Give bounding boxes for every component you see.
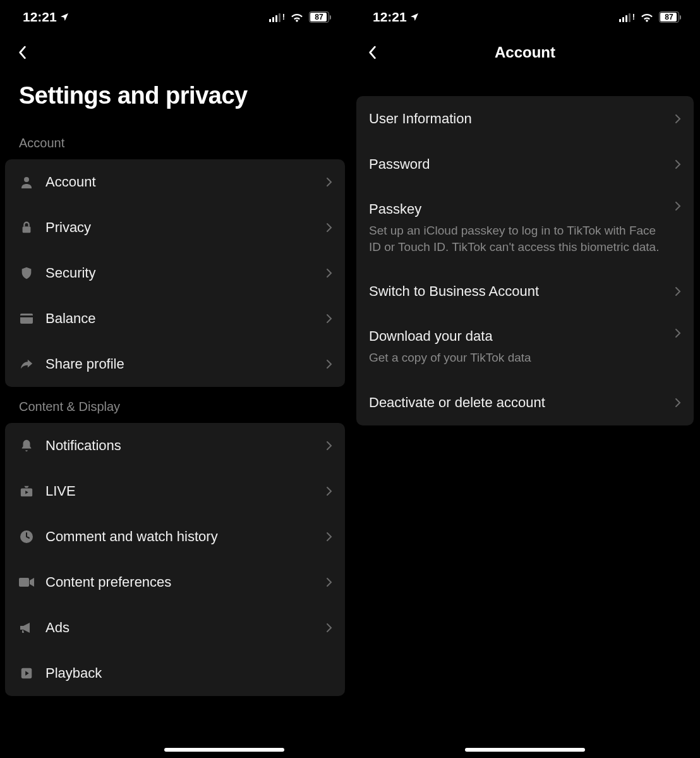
row-notifications[interactable]: Notifications xyxy=(5,423,345,468)
row-ads[interactable]: Ads xyxy=(5,605,345,651)
page-title: Settings and privacy xyxy=(0,71,350,123)
row-switch-business[interactable]: Switch to Business Account xyxy=(356,269,694,314)
row-label: Switch to Business Account xyxy=(369,283,667,300)
chevron-right-icon xyxy=(326,441,332,451)
row-label: Share profile xyxy=(45,356,318,372)
play-icon xyxy=(18,664,35,682)
chevron-right-icon xyxy=(675,114,681,124)
status-bar: 12:21 ! 87 xyxy=(0,0,350,34)
chevron-right-icon xyxy=(675,286,681,296)
back-button[interactable] xyxy=(11,42,33,63)
svg-rect-3 xyxy=(20,315,33,317)
svg-rect-2 xyxy=(20,314,33,324)
battery-icon: 87 xyxy=(309,11,331,23)
chevron-right-icon xyxy=(326,268,332,278)
chevron-right-icon xyxy=(326,223,332,233)
row-label: Privacy xyxy=(45,219,318,236)
row-label: Password xyxy=(369,156,667,173)
chevron-right-icon xyxy=(675,201,681,211)
row-label: Ads xyxy=(45,620,318,636)
video-icon xyxy=(18,573,35,591)
row-label: Passkey xyxy=(369,201,667,217)
row-user-information[interactable]: User Information xyxy=(356,96,694,142)
account-card: User Information Password Passkey Set up… xyxy=(356,96,694,425)
section-card-content: Notifications LIVE Comment and watch his… xyxy=(5,423,345,696)
row-label: Balance xyxy=(45,310,318,327)
svg-rect-6 xyxy=(19,578,29,587)
megaphone-icon xyxy=(18,619,35,637)
location-icon xyxy=(59,12,69,22)
row-label: Account xyxy=(45,174,318,190)
row-label: Playback xyxy=(45,665,332,682)
clock-icon xyxy=(18,528,35,546)
row-download-data[interactable]: Download your data Get a copy of your Ti… xyxy=(356,314,694,380)
chevron-right-icon xyxy=(326,486,332,496)
row-label: Deactivate or delete account xyxy=(369,394,667,411)
chevron-right-icon xyxy=(326,623,332,633)
row-playback[interactable]: Playback xyxy=(5,651,345,696)
chevron-right-icon xyxy=(675,398,681,408)
svg-rect-1 xyxy=(23,226,31,233)
chevron-right-icon xyxy=(326,577,332,587)
chevron-right-icon xyxy=(675,159,681,169)
home-indicator[interactable] xyxy=(164,748,284,752)
section-header-account: Account xyxy=(0,123,350,159)
row-passkey[interactable]: Passkey Set up an iCloud passkey to log … xyxy=(356,187,694,269)
status-time: 12:21 xyxy=(373,9,407,25)
status-bar: 12:21 ! 87 xyxy=(350,0,700,34)
wifi-icon xyxy=(290,12,304,22)
row-security[interactable]: Security xyxy=(5,250,345,296)
chevron-right-icon xyxy=(326,359,332,369)
status-right: ! 87 xyxy=(269,11,331,23)
row-subtitle: Set up an iCloud passkey to log in to Ti… xyxy=(369,223,667,255)
nav-bar: Account xyxy=(350,34,700,71)
chevron-right-icon xyxy=(326,532,332,542)
svg-point-0 xyxy=(24,177,29,182)
row-label: Comment and watch history xyxy=(45,529,318,545)
section-header-content: Content & Display xyxy=(0,387,350,423)
person-icon xyxy=(18,173,35,191)
wifi-icon xyxy=(640,12,654,22)
row-balance[interactable]: Balance xyxy=(5,296,345,341)
cellular-signal-icon: ! xyxy=(619,12,635,22)
home-indicator[interactable] xyxy=(465,748,585,752)
row-label: Download your data xyxy=(369,328,667,345)
row-privacy[interactable]: Privacy xyxy=(5,205,345,250)
status-left: 12:21 xyxy=(373,9,419,25)
back-button[interactable] xyxy=(361,42,383,63)
share-icon xyxy=(18,355,35,373)
chevron-right-icon xyxy=(326,177,332,187)
svg-marker-7 xyxy=(30,578,34,587)
bell-icon xyxy=(18,437,35,455)
status-left: 12:21 xyxy=(23,9,69,25)
row-subtitle: Get a copy of your TikTok data xyxy=(369,350,667,366)
section-card-account: Account Privacy Security Balance xyxy=(5,159,345,387)
row-comment-history[interactable]: Comment and watch history xyxy=(5,514,345,559)
lock-icon xyxy=(18,219,35,236)
battery-icon: 87 xyxy=(659,11,681,23)
row-label: User Information xyxy=(369,111,667,127)
row-label: Notifications xyxy=(45,437,318,454)
row-deactivate[interactable]: Deactivate or delete account xyxy=(356,380,694,425)
row-password[interactable]: Password xyxy=(356,142,694,187)
nav-title: Account xyxy=(350,44,700,61)
settings-screen: 12:21 ! 87 Settings and privacy Account xyxy=(0,0,350,758)
row-live[interactable]: LIVE xyxy=(5,468,345,514)
row-label: Security xyxy=(45,265,318,281)
row-content-preferences[interactable]: Content preferences xyxy=(5,559,345,605)
row-label: LIVE xyxy=(45,483,318,499)
live-icon xyxy=(18,482,35,500)
location-icon xyxy=(409,12,419,22)
chevron-right-icon xyxy=(326,314,332,324)
row-label: Content preferences xyxy=(45,574,318,590)
status-right: ! 87 xyxy=(619,11,681,23)
nav-bar xyxy=(0,34,350,71)
wallet-icon xyxy=(18,310,35,327)
row-share-profile[interactable]: Share profile xyxy=(5,341,345,387)
cellular-signal-icon: ! xyxy=(269,12,285,22)
shield-icon xyxy=(18,264,35,282)
status-time: 12:21 xyxy=(23,9,57,25)
account-screen: 12:21 ! 87 Account User Information xyxy=(350,0,700,758)
row-account[interactable]: Account xyxy=(5,159,345,205)
chevron-right-icon xyxy=(675,328,681,338)
